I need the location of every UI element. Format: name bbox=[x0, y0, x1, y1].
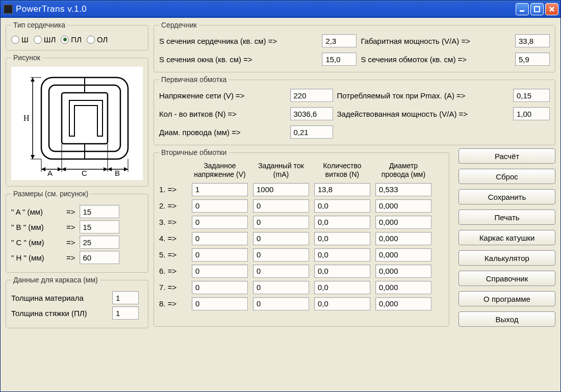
sec-current-input-8[interactable] bbox=[253, 297, 309, 310]
sec-voltage-input-5[interactable] bbox=[192, 248, 248, 262]
coil-frame-button[interactable]: Каркас катушки bbox=[458, 230, 555, 245]
sec-voltage-input-7[interactable] bbox=[192, 281, 248, 294]
core-params-legend: Сердечник bbox=[159, 21, 199, 29]
radio-label: Ш bbox=[21, 35, 29, 44]
sec-voltage-input-1[interactable] bbox=[192, 183, 248, 196]
primary-imax-input[interactable] bbox=[513, 89, 550, 102]
sec-diameter-input-6[interactable] bbox=[375, 265, 431, 278]
app-window: PowerTrans v.1.0 Тип сердечника ШШЛПЛОЛ … bbox=[0, 0, 561, 392]
core-type-group: Тип сердечника ШШЛПЛОЛ bbox=[6, 21, 148, 50]
sec-turns-input-2[interactable] bbox=[314, 199, 370, 213]
sec-current-input-3[interactable] bbox=[253, 216, 309, 229]
sec-current-input-2[interactable] bbox=[253, 199, 309, 213]
print-button[interactable]: Печать bbox=[458, 210, 555, 225]
secondary-row: 5. => bbox=[159, 248, 444, 262]
dim-input-0[interactable] bbox=[80, 205, 119, 218]
s-winding-input[interactable] bbox=[515, 53, 550, 66]
primary-imax-label: Потребляемый ток при Pmax. (A) => bbox=[337, 91, 509, 100]
sec-diameter-input-5[interactable] bbox=[375, 248, 431, 262]
core-params-group: Сердечник S сечения сердечника (кв. см) … bbox=[154, 21, 555, 72]
s-core-label: S сечения сердечника (кв. см) => bbox=[159, 37, 318, 45]
exit-button[interactable]: Выход bbox=[458, 311, 555, 327]
close-button[interactable] bbox=[545, 3, 558, 15]
sec-diameter-input-4[interactable] bbox=[375, 232, 431, 245]
radio-label: ОЛ bbox=[97, 35, 108, 44]
svg-rect-0 bbox=[520, 10, 524, 12]
sec-diameter-input-7[interactable] bbox=[375, 281, 431, 294]
radio-icon bbox=[61, 36, 69, 44]
sec-voltage-input-2[interactable] bbox=[192, 199, 248, 213]
arrow-icon: => bbox=[66, 207, 75, 216]
primary-turns-input[interactable] bbox=[290, 107, 333, 120]
core-type-radios: ШШЛПЛОЛ bbox=[11, 34, 143, 44]
reference-button[interactable]: Справочник bbox=[458, 271, 555, 286]
client-area: Тип сердечника ШШЛПЛОЛ Рисунок bbox=[1, 18, 560, 391]
dim-input-2[interactable] bbox=[80, 236, 119, 249]
window-title: PowerTrans v.1.0 bbox=[16, 4, 516, 14]
frame-input-1[interactable] bbox=[112, 306, 139, 320]
calculator-button[interactable]: Калькулятор bbox=[458, 250, 555, 266]
reset-button[interactable]: Сброс bbox=[458, 169, 555, 184]
svg-marker-9 bbox=[31, 155, 35, 159]
sec-diameter-input-1[interactable] bbox=[375, 183, 431, 196]
save-button[interactable]: Сохранить bbox=[458, 189, 555, 204]
core-type-radio-ОЛ[interactable]: ОЛ bbox=[87, 35, 108, 44]
secondary-row: 8. => bbox=[159, 297, 444, 310]
sec-header-current: Заданный ток (mA) bbox=[253, 162, 309, 179]
gpower-input[interactable] bbox=[515, 34, 550, 47]
sec-diameter-input-3[interactable] bbox=[375, 216, 431, 229]
sec-diameter-input-8[interactable] bbox=[375, 297, 431, 310]
sec-turns-input-1[interactable] bbox=[314, 183, 370, 196]
app-icon bbox=[4, 5, 13, 14]
action-buttons: Расчёт Сброс Сохранить Печать Каркас кат… bbox=[458, 148, 555, 327]
dimensions-group: Размеры (см. рисунок) " A " (мм) => " B … bbox=[6, 190, 148, 273]
radio-icon bbox=[87, 36, 95, 44]
sec-turns-input-6[interactable] bbox=[314, 265, 370, 278]
about-button[interactable]: О программе bbox=[458, 291, 555, 306]
dim-input-3[interactable] bbox=[80, 251, 119, 264]
dimensions-legend: Размеры (см. рисунок) bbox=[11, 190, 90, 198]
secondary-and-buttons: Вторичные обмотки Заданное напряжение (V… bbox=[154, 148, 555, 327]
sec-diameter-input-2[interactable] bbox=[375, 199, 431, 213]
core-type-radio-ШЛ[interactable]: ШЛ bbox=[34, 35, 56, 44]
sec-voltage-input-3[interactable] bbox=[192, 216, 248, 229]
primary-wire-input[interactable] bbox=[290, 125, 333, 139]
sec-current-input-5[interactable] bbox=[253, 248, 309, 262]
primary-used-input[interactable] bbox=[513, 107, 550, 120]
s-window-input[interactable] bbox=[322, 53, 356, 66]
sec-voltage-input-8[interactable] bbox=[192, 297, 248, 310]
sec-voltage-input-6[interactable] bbox=[192, 265, 248, 278]
dim-input-1[interactable] bbox=[80, 220, 119, 233]
primary-volt-input[interactable] bbox=[290, 89, 333, 102]
sec-current-input-6[interactable] bbox=[253, 265, 309, 278]
secondary-row: 1. => bbox=[159, 183, 444, 196]
core-type-radio-ПЛ[interactable]: ПЛ bbox=[61, 35, 82, 44]
secondary-row: 7. => bbox=[159, 281, 444, 294]
sec-turns-input-7[interactable] bbox=[314, 281, 370, 294]
dim-label: " H " (мм) bbox=[11, 253, 62, 262]
sec-row-label: 3. => bbox=[159, 218, 187, 226]
minimize-button[interactable] bbox=[516, 3, 529, 15]
frame-input-0[interactable] bbox=[112, 291, 139, 304]
sec-row-label: 2. => bbox=[159, 201, 187, 210]
sec-current-input-1[interactable] bbox=[253, 183, 309, 196]
dim-label: " A " (мм) bbox=[11, 207, 62, 216]
s-core-input[interactable] bbox=[322, 34, 356, 47]
sec-voltage-input-4[interactable] bbox=[192, 232, 248, 245]
sec-turns-input-8[interactable] bbox=[314, 297, 370, 310]
sec-turns-input-5[interactable] bbox=[314, 248, 370, 262]
core-type-radio-Ш[interactable]: Ш bbox=[11, 35, 29, 44]
sec-current-input-7[interactable] bbox=[253, 281, 309, 294]
sec-turns-input-4[interactable] bbox=[314, 232, 370, 245]
svg-marker-13 bbox=[41, 167, 45, 171]
sec-current-input-4[interactable] bbox=[253, 232, 309, 245]
drawing-label-h: H bbox=[23, 114, 30, 122]
drawing-label-c: C bbox=[82, 169, 87, 177]
sec-row-label: 8. => bbox=[159, 299, 187, 308]
calc-button[interactable]: Расчёт bbox=[458, 148, 555, 164]
drawing-label-b: B bbox=[115, 169, 120, 177]
maximize-button[interactable] bbox=[530, 3, 544, 15]
frame-label: Толщина стяжки (ПЛ) bbox=[11, 309, 108, 318]
right-column: Сердечник S сечения сердечника (кв. см) … bbox=[154, 21, 555, 386]
sec-turns-input-3[interactable] bbox=[314, 216, 370, 229]
